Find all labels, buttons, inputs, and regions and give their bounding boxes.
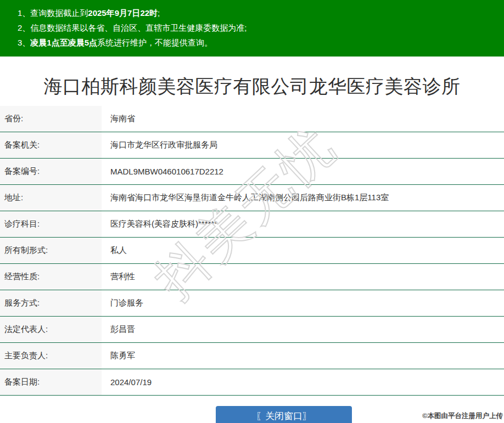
row-value: 门诊服务 <box>102 290 504 316</box>
table-row: 法定代表人: 彭昌晋 <box>0 317 504 343</box>
row-value: 营利性 <box>102 264 504 290</box>
table-row: 备案编号: MADL9MBW046010617D2212 <box>0 159 504 185</box>
row-value: 海口市龙华区行政审批服务局 <box>102 132 504 158</box>
table-row: 经营性质: 营利性 <box>0 264 504 290</box>
row-value: 陈勇军 <box>102 343 504 369</box>
row-value: 2024/07/19 <box>102 369 504 395</box>
row-label: 服务方式: <box>0 290 102 316</box>
notice-text-bold: 凌晨1点至凌晨5点 <box>30 38 97 47</box>
row-label: 地址: <box>0 185 102 211</box>
table-row: 所有制形式: 私人 <box>0 238 504 264</box>
row-label: 省份: <box>0 106 102 132</box>
info-table: 省份: 海南省 备案机关: 海口市龙华区行政审批服务局 备案编号: MADL9M… <box>0 106 504 396</box>
table-row: 服务方式: 门诊服务 <box>0 290 504 317</box>
notice-line: 3、凌晨1点至凌晨5点系统进行维护，不能提供查询。 <box>18 35 499 50</box>
close-window-button[interactable]: 〖关闭窗口〗 <box>216 406 352 423</box>
notice-number: 3、 <box>18 38 30 47</box>
row-label: 备案编号: <box>0 159 102 184</box>
row-value: 海南省 <box>102 106 504 132</box>
notice-text: ; <box>158 8 160 18</box>
notice-text: 系统进行维护，不能提供查询。 <box>97 38 212 47</box>
notice-banner: 1、查询数据截止到2025年9月7日22时; 2、信息数据结果以各省、自治区、直… <box>0 0 504 57</box>
table-row: 主要负责人: 陈勇军 <box>0 343 504 369</box>
notice-number: 2、 <box>18 23 30 32</box>
notice-text-bold: 2025年9月7日22时 <box>88 8 158 18</box>
row-label: 经营性质: <box>0 264 102 290</box>
notice-line: 1、查询数据截止到2025年9月7日22时; <box>18 5 499 20</box>
notice-number: 1、 <box>18 8 30 18</box>
row-label: 备案日期: <box>0 369 102 395</box>
notice-text: 查询数据截止到 <box>30 8 88 18</box>
copyright-note: ©本图由平台注册用户上传 <box>422 411 503 421</box>
page-title: 海口柏斯科颜美容医疗有限公司龙华医疗美容诊所 <box>0 72 504 100</box>
row-label: 主要负责人: <box>0 343 102 369</box>
row-label: 诊疗科目: <box>0 211 102 237</box>
row-label: 备案机关: <box>0 132 102 158</box>
table-row: 地址: 海南省海口市龙华区海垦街道金牛岭人工湖南侧公园后路商业街B栋1层113室 <box>0 185 504 211</box>
row-label: 法定代表人: <box>0 317 102 342</box>
table-row: 备案日期: 2024/07/19 <box>0 369 504 396</box>
table-row: 诊疗科目: 医疗美容科(美容皮肤科)****** <box>0 211 504 238</box>
row-value: 海南省海口市龙华区海垦街道金牛岭人工湖南侧公园后路商业街B栋1层113室 <box>102 185 504 211</box>
notice-line: 2、信息数据结果以各省、自治区、直辖市卫生健康委数据为准; <box>18 20 499 35</box>
row-value: 彭昌晋 <box>102 317 504 342</box>
row-value: MADL9MBW046010617D2212 <box>102 159 504 184</box>
row-value: 医疗美容科(美容皮肤科)****** <box>102 211 504 237</box>
table-row: 省份: 海南省 <box>0 106 504 132</box>
table-row: 备案机关: 海口市龙华区行政审批服务局 <box>0 132 504 159</box>
notice-text: 信息数据结果以各省、自治区、直辖市卫生健康委数据为准; <box>30 23 247 32</box>
row-value: 私人 <box>102 238 504 263</box>
row-label: 所有制形式: <box>0 238 102 263</box>
